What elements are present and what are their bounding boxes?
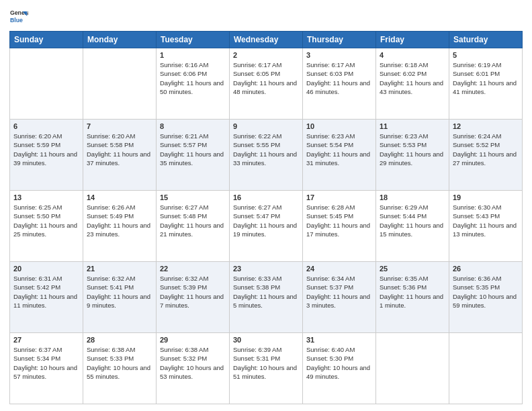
calendar-cell: 24Sunrise: 6:34 AMSunset: 5:37 PMDayligh… xyxy=(303,262,376,333)
day-number: 1 xyxy=(160,51,226,59)
day-info: Sunrise: 6:35 AMSunset: 5:36 PMDaylight:… xyxy=(380,274,445,310)
day-number: 16 xyxy=(233,193,299,201)
calendar-cell: 1Sunrise: 6:16 AMSunset: 6:06 PMDaylight… xyxy=(157,48,230,120)
day-info: Sunrise: 6:19 AMSunset: 6:01 PMDaylight:… xyxy=(453,60,519,96)
calendar-cell: 16Sunrise: 6:27 AMSunset: 5:47 PMDayligh… xyxy=(230,191,303,262)
calendar-cell: 17Sunrise: 6:28 AMSunset: 5:45 PMDayligh… xyxy=(303,191,376,262)
col-monday: Monday xyxy=(83,32,157,48)
calendar-cell: 14Sunrise: 6:26 AMSunset: 5:49 PMDayligh… xyxy=(83,191,157,262)
day-number: 14 xyxy=(87,193,152,201)
day-info: Sunrise: 6:20 AMSunset: 5:59 PMDaylight:… xyxy=(13,132,79,167)
day-number: 10 xyxy=(306,122,372,130)
calendar-cell: 26Sunrise: 6:36 AMSunset: 5:35 PMDayligh… xyxy=(449,262,523,333)
day-info: Sunrise: 6:32 AMSunset: 5:39 PMDaylight:… xyxy=(160,274,226,310)
calendar-cell: 5Sunrise: 6:19 AMSunset: 6:01 PMDaylight… xyxy=(449,48,523,120)
day-info: Sunrise: 6:39 AMSunset: 5:31 PMDaylight:… xyxy=(233,345,299,381)
calendar-cell: 22Sunrise: 6:32 AMSunset: 5:39 PMDayligh… xyxy=(157,262,230,333)
day-number: 7 xyxy=(87,122,152,130)
day-info: Sunrise: 6:29 AMSunset: 5:44 PMDaylight:… xyxy=(380,203,445,238)
day-info: Sunrise: 6:23 AMSunset: 5:54 PMDaylight:… xyxy=(306,132,372,167)
day-number: 28 xyxy=(87,336,152,344)
day-number: 5 xyxy=(453,51,519,59)
calendar-cell: 18Sunrise: 6:29 AMSunset: 5:44 PMDayligh… xyxy=(376,191,449,262)
calendar-cell: 23Sunrise: 6:33 AMSunset: 5:38 PMDayligh… xyxy=(230,262,303,333)
day-info: Sunrise: 6:18 AMSunset: 6:02 PMDaylight:… xyxy=(380,60,445,96)
calendar-cell xyxy=(376,333,449,404)
calendar-cell: 6Sunrise: 6:20 AMSunset: 5:59 PMDaylight… xyxy=(10,120,83,191)
day-info: Sunrise: 6:26 AMSunset: 5:49 PMDaylight:… xyxy=(87,203,152,238)
calendar-header-row: Sunday Monday Tuesday Wednesday Thursday… xyxy=(10,32,523,48)
calendar-cell: 13Sunrise: 6:25 AMSunset: 5:50 PMDayligh… xyxy=(10,191,83,262)
day-info: Sunrise: 6:36 AMSunset: 5:35 PMDaylight:… xyxy=(453,274,519,310)
calendar-cell: 9Sunrise: 6:22 AMSunset: 5:55 PMDaylight… xyxy=(230,120,303,191)
day-info: Sunrise: 6:31 AMSunset: 5:42 PMDaylight:… xyxy=(13,274,79,310)
col-saturday: Saturday xyxy=(449,32,523,48)
calendar-cell: 8Sunrise: 6:21 AMSunset: 5:57 PMDaylight… xyxy=(157,120,230,191)
day-info: Sunrise: 6:33 AMSunset: 5:38 PMDaylight:… xyxy=(233,274,299,310)
day-number: 22 xyxy=(160,265,226,273)
day-info: Sunrise: 6:27 AMSunset: 5:48 PMDaylight:… xyxy=(160,203,226,238)
day-info: Sunrise: 6:27 AMSunset: 5:47 PMDaylight:… xyxy=(233,203,299,238)
col-sunday: Sunday xyxy=(10,32,83,48)
day-number: 23 xyxy=(233,265,299,273)
calendar-cell: 7Sunrise: 6:20 AMSunset: 5:58 PMDaylight… xyxy=(83,120,157,191)
logo-icon: General Blue xyxy=(9,7,28,26)
day-info: Sunrise: 6:32 AMSunset: 5:41 PMDaylight:… xyxy=(87,274,152,310)
day-info: Sunrise: 6:24 AMSunset: 5:52 PMDaylight:… xyxy=(453,132,519,167)
day-info: Sunrise: 6:17 AMSunset: 6:05 PMDaylight:… xyxy=(233,60,299,96)
calendar-week-5: 27Sunrise: 6:37 AMSunset: 5:34 PMDayligh… xyxy=(10,333,523,404)
day-number: 29 xyxy=(160,336,226,344)
day-number: 21 xyxy=(87,265,152,273)
day-info: Sunrise: 6:21 AMSunset: 5:57 PMDaylight:… xyxy=(160,132,226,167)
day-number: 17 xyxy=(306,193,372,201)
calendar-cell xyxy=(83,48,157,120)
day-info: Sunrise: 6:38 AMSunset: 5:32 PMDaylight:… xyxy=(160,345,226,381)
day-info: Sunrise: 6:20 AMSunset: 5:58 PMDaylight:… xyxy=(87,132,152,167)
day-number: 9 xyxy=(233,122,299,130)
calendar-cell: 4Sunrise: 6:18 AMSunset: 6:02 PMDaylight… xyxy=(376,48,449,120)
day-number: 15 xyxy=(160,193,226,201)
col-tuesday: Tuesday xyxy=(157,32,230,48)
day-info: Sunrise: 6:34 AMSunset: 5:37 PMDaylight:… xyxy=(306,274,372,310)
day-info: Sunrise: 6:28 AMSunset: 5:45 PMDaylight:… xyxy=(306,203,372,238)
col-wednesday: Wednesday xyxy=(230,32,303,48)
day-info: Sunrise: 6:25 AMSunset: 5:50 PMDaylight:… xyxy=(13,203,79,238)
day-info: Sunrise: 6:30 AMSunset: 5:43 PMDaylight:… xyxy=(453,203,519,238)
day-number: 8 xyxy=(160,122,226,130)
day-number: 24 xyxy=(306,265,372,273)
day-info: Sunrise: 6:23 AMSunset: 5:53 PMDaylight:… xyxy=(380,132,445,167)
day-number: 25 xyxy=(380,265,445,273)
day-number: 26 xyxy=(453,265,519,273)
calendar-cell xyxy=(449,333,523,404)
day-number: 31 xyxy=(306,336,372,344)
calendar-cell: 12Sunrise: 6:24 AMSunset: 5:52 PMDayligh… xyxy=(449,120,523,191)
calendar-cell: 25Sunrise: 6:35 AMSunset: 5:36 PMDayligh… xyxy=(376,262,449,333)
col-friday: Friday xyxy=(376,32,449,48)
calendar-cell: 30Sunrise: 6:39 AMSunset: 5:31 PMDayligh… xyxy=(230,333,303,404)
day-info: Sunrise: 6:22 AMSunset: 5:55 PMDaylight:… xyxy=(233,132,299,167)
day-info: Sunrise: 6:16 AMSunset: 6:06 PMDaylight:… xyxy=(160,60,226,96)
calendar-cell xyxy=(10,48,83,120)
page-header: General Blue xyxy=(9,7,523,26)
day-number: 13 xyxy=(13,193,79,201)
calendar-table: Sunday Monday Tuesday Wednesday Thursday… xyxy=(9,31,523,404)
calendar-week-1: 1Sunrise: 6:16 AMSunset: 6:06 PMDaylight… xyxy=(10,48,523,120)
calendar-cell: 3Sunrise: 6:17 AMSunset: 6:03 PMDaylight… xyxy=(303,48,376,120)
calendar-cell: 11Sunrise: 6:23 AMSunset: 5:53 PMDayligh… xyxy=(376,120,449,191)
day-number: 27 xyxy=(13,336,79,344)
calendar-cell: 29Sunrise: 6:38 AMSunset: 5:32 PMDayligh… xyxy=(157,333,230,404)
calendar-week-3: 13Sunrise: 6:25 AMSunset: 5:50 PMDayligh… xyxy=(10,191,523,262)
day-info: Sunrise: 6:37 AMSunset: 5:34 PMDaylight:… xyxy=(13,345,79,381)
calendar-cell: 2Sunrise: 6:17 AMSunset: 6:05 PMDaylight… xyxy=(230,48,303,120)
day-info: Sunrise: 6:38 AMSunset: 5:33 PMDaylight:… xyxy=(87,345,152,381)
day-number: 20 xyxy=(13,265,79,273)
calendar-cell: 19Sunrise: 6:30 AMSunset: 5:43 PMDayligh… xyxy=(449,191,523,262)
day-number: 19 xyxy=(453,193,519,201)
calendar-cell: 15Sunrise: 6:27 AMSunset: 5:48 PMDayligh… xyxy=(157,191,230,262)
logo: General Blue xyxy=(9,7,28,26)
svg-text:Blue: Blue xyxy=(10,17,23,24)
calendar-week-2: 6Sunrise: 6:20 AMSunset: 5:59 PMDaylight… xyxy=(10,120,523,191)
day-number: 18 xyxy=(380,193,445,201)
day-number: 4 xyxy=(380,51,445,59)
day-number: 3 xyxy=(306,51,372,59)
